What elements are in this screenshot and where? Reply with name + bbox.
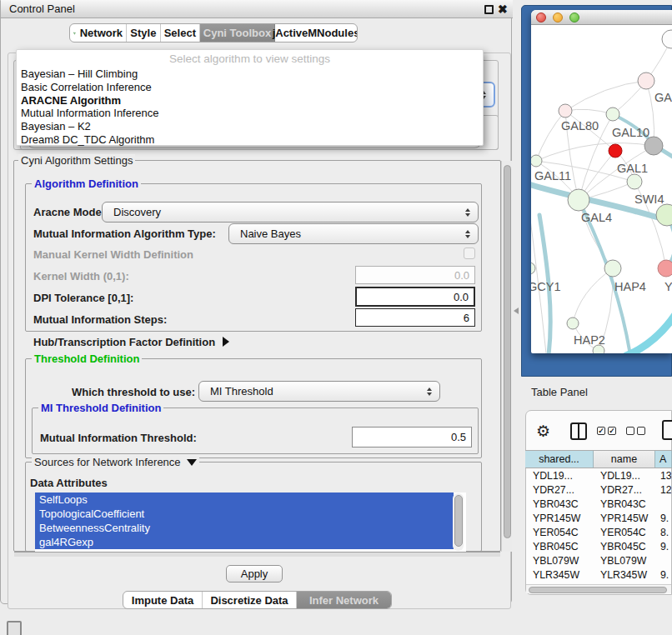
column-header-shared-name[interactable]: shared... [525,451,594,468]
close-icon[interactable]: ✖ [498,2,508,17]
network-edge[interactable] [565,81,646,111]
attribute-item-selected[interactable]: SelfLoops [35,492,454,507]
table-cell[interactable]: YDL19... [526,469,594,483]
settings-scrollbar[interactable] [501,161,512,552]
network-edge[interactable] [536,111,565,161]
table-cell[interactable]: YDR27... [594,483,656,498]
table-cell[interactable]: YBR043C [594,498,656,512]
table-cell[interactable]: YDL19... [594,469,656,483]
tab-select[interactable]: Select [161,24,200,42]
network-node[interactable] [644,137,663,155]
table-row[interactable]: YLR345WYLR345W9. [526,568,671,582]
network-node-gal10[interactable] [606,108,619,121]
column-header-clipped[interactable]: A [655,451,672,468]
table-cell[interactable] [656,554,671,568]
table-cell[interactable]: YER054C [594,526,656,540]
attribute-item-selected[interactable]: gal4RGexp [35,535,454,549]
table-row[interactable]: YBR045CYBR045C9. [526,540,671,554]
network-edge[interactable] [573,268,613,323]
table-cell[interactable]: 12 [656,483,671,498]
table-cell[interactable]: YBR045C [526,540,594,554]
table-cell[interactable]: YLR345W [594,568,656,582]
algorithm-item[interactable]: Bayesian – Hill Climbing [18,68,483,81]
table-cell[interactable]: YBL079W [594,554,656,568]
checked-checkbox-icon[interactable]: ✓ [608,427,616,435]
table-cell[interactable]: YBR043C [526,498,594,512]
table-cell[interactable]: 9. [656,512,671,526]
dpi-tolerance-input[interactable] [355,287,475,307]
close-traffic-light[interactable] [536,12,546,22]
table-cell[interactable]: 9. [656,568,671,582]
network-node-gcy1[interactable] [531,262,535,274]
network-node-hap2[interactable] [567,318,579,329]
float-window-icon[interactable] [484,5,494,14]
table-cell[interactable]: YLR345W [526,568,594,582]
algorithm-item[interactable]: Basic Correlation Inference [18,81,483,94]
network-edge[interactable] [626,313,672,353]
network-node-y[interactable] [658,260,672,277]
table-cell[interactable]: YER054C [526,526,594,540]
algorithm-item[interactable]: Mutual Information Inference [18,107,483,120]
table-cell[interactable]: YIL052C [526,582,594,583]
table-cell[interactable]: 13 [656,469,671,483]
table-horizontal-scrollbar[interactable] [526,584,671,593]
table-cell[interactable]: 8. [656,526,671,540]
algorithm-item[interactable]: Dream8 DC_TDC Algorithm [18,133,483,147]
network-node-gal1[interactable] [627,174,642,189]
mi-threshold-input[interactable] [352,427,472,448]
table-cell[interactable]: YIL052C [594,582,656,583]
tab-infer-network[interactable]: Infer Network [297,592,391,608]
tab-discretize-data[interactable]: Discretize Data [203,592,297,608]
column-header-name[interactable]: name [594,451,655,468]
table-row[interactable]: YPR145WYPR145W9. [526,512,671,526]
network-edge[interactable] [565,109,613,114]
split-view-icon[interactable] [570,422,587,440]
gear-icon[interactable]: ⚙ [536,422,550,442]
aracne-mode-combobox[interactable]: Discovery [102,202,479,222]
table-cell[interactable]: 9. [656,540,671,554]
attributes-scrollbar[interactable] [453,493,464,551]
mi-algorithm-type-combobox[interactable]: Naive Bayes [228,223,479,244]
table-row[interactable]: YER054CYER054C8. [526,526,671,540]
table-row[interactable]: YBL079WYBL079W [526,554,671,568]
network-node-swi4[interactable] [656,204,672,226]
minimize-traffic-light[interactable] [553,12,563,22]
tab-cyni-toolbox[interactable]: Cyni Toolbox [200,24,275,42]
settings-scrollbar-thumb[interactable] [504,165,511,538]
unchecked-checkbox-icon[interactable] [637,427,645,435]
table-row[interactable]: YIL052CYIL052C9. [526,582,671,583]
algorithm-item[interactable]: ARACNE Algorithm [18,94,483,108]
table-cell[interactable]: 9. [656,582,671,583]
mi-steps-input[interactable] [355,308,475,327]
table-cell[interactable]: YBL079W [526,554,594,568]
table-cell[interactable]: YBR045C [594,540,656,554]
collapsed-panel-icon[interactable] [7,621,22,635]
table-cell[interactable]: YDR27... [526,483,594,498]
panel-splitter-arrow[interactable] [514,308,519,314]
table-row[interactable]: YDL19...YDL19...13 [526,469,671,483]
table-scrollbar-thumb[interactable] [529,587,667,593]
network-edge[interactable] [536,143,654,161]
network-node-gal[interactable] [638,72,654,89]
network-node-gal4[interactable] [568,189,589,211]
network-node[interactable] [662,30,672,48]
table-cell[interactable]: YPR145W [594,512,656,526]
unchecked-checkbox-icon[interactable] [626,427,634,435]
table-row[interactable]: YBR043CYBR043C [526,498,671,512]
network-node[interactable] [609,144,622,158]
tab-network[interactable]: Network [70,24,127,42]
table-row[interactable]: YDR27...YDR27...12 [526,483,671,498]
tab-jactivemnodules[interactable]: jActiveMNodules [275,24,357,42]
manual-kernel-checkbox[interactable] [464,248,475,259]
network-canvas[interactable]: GALGAL80GAL10GAL11GAL1SWI4GAL4GCY1HAP4YH… [531,25,672,353]
hub-definition-expander[interactable]: Hub/Transcription Factor Definition [33,336,229,348]
network-node-hap4[interactable] [604,260,621,277]
apply-button[interactable]: Apply [226,565,283,582]
algorithm-item[interactable]: Bayesian – K2 [18,120,483,133]
attributes-scrollbar-thumb[interactable] [454,495,463,547]
which-threshold-combobox[interactable]: MI Threshold [198,381,440,402]
network-node-gal11[interactable] [531,155,542,167]
network-node-gal80[interactable] [559,104,572,118]
new-column-icon[interactable] [662,420,672,440]
attribute-item-selected[interactable]: TopologicalCoefficient [35,507,454,521]
